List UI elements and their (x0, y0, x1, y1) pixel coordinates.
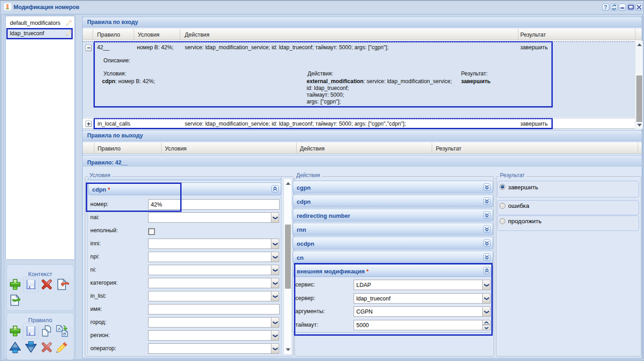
svg-text:?: ? (604, 4, 607, 10)
svg-text:B: B (63, 331, 66, 336)
svg-text:A: A (58, 326, 61, 331)
